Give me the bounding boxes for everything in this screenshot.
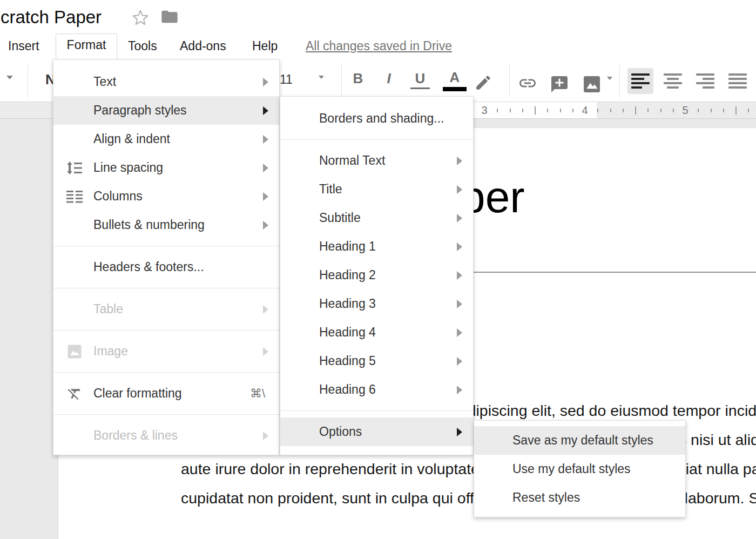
menu-item-label: Clear formatting xyxy=(93,386,182,401)
para-menu-item-heading-4[interactable]: Heading 4 xyxy=(280,318,473,347)
submenu-arrow-icon xyxy=(263,164,268,172)
format-menu-item-text[interactable]: Text xyxy=(53,68,279,96)
menu-item-label: Options xyxy=(319,425,362,439)
menu-item-label: Heading 5 xyxy=(319,354,376,368)
menu-separator xyxy=(53,330,279,331)
menu-separator xyxy=(280,410,473,411)
menu-format[interactable]: Format xyxy=(56,33,117,60)
text-color-swatch xyxy=(443,87,467,91)
format-menu-item-columns[interactable]: Columns xyxy=(53,182,279,211)
toolbar-separator xyxy=(509,65,510,97)
format-menu-item-bullets-numbering[interactable]: Bullets & numbering xyxy=(53,211,279,239)
submenu-arrow-icon xyxy=(457,271,462,280)
document-name[interactable]: Scratch Paper xyxy=(0,7,102,28)
clear-formatting-icon xyxy=(65,385,84,403)
menu-item-label: Columns xyxy=(93,189,143,204)
align-left-button[interactable] xyxy=(627,68,653,94)
options-menu-item-use-default[interactable]: Use my default styles xyxy=(474,455,685,483)
menu-insert[interactable]: Insert xyxy=(8,38,39,54)
menu-separator xyxy=(53,288,279,288)
columns-icon xyxy=(65,187,84,206)
font-size-dropdown[interactable] xyxy=(319,76,324,79)
insert-image-button[interactable] xyxy=(582,75,602,94)
para-menu-item-subtitle[interactable]: Subtitle xyxy=(280,204,473,232)
para-menu-item-borders-shading[interactable]: Borders and shading... xyxy=(280,104,473,133)
link-icon xyxy=(516,73,539,93)
menu-addons[interactable]: Add-ons xyxy=(180,38,226,54)
menu-item-label: Bullets & numbering xyxy=(93,218,205,232)
submenu-arrow-icon xyxy=(457,157,462,165)
menu-item-label: Line spacing xyxy=(93,160,163,175)
format-menu-item-image: Image xyxy=(53,337,279,366)
menu-bar: Insert Format Tools Add-ons Help All cha… xyxy=(0,32,756,59)
toolbar-more-dropdown[interactable] xyxy=(6,76,13,79)
format-menu-item-borders-lines: Borders & lines xyxy=(53,421,279,450)
menu-item-label: Save as my default styles xyxy=(512,433,653,448)
format-menu-item-headers-footers[interactable]: Headers & footers... xyxy=(53,253,279,281)
menu-tools[interactable]: Tools xyxy=(128,38,157,54)
format-menu-item-line-spacing[interactable]: Line spacing xyxy=(53,153,279,182)
align-center-icon xyxy=(664,73,682,89)
align-right-icon xyxy=(696,73,714,89)
submenu-arrow-icon xyxy=(263,305,268,314)
para-menu-item-normal-text[interactable]: Normal Text xyxy=(280,146,473,175)
options-menu-item-reset-styles[interactable]: Reset styles xyxy=(474,483,685,512)
align-center-button[interactable] xyxy=(660,68,686,94)
para-menu-item-heading-6[interactable]: Heading 6 xyxy=(280,375,473,404)
align-justify-button[interactable] xyxy=(725,68,751,94)
caret-down-icon xyxy=(6,76,13,79)
align-left-icon xyxy=(631,73,650,89)
format-menu-item-paragraph-styles[interactable]: Paragraph styles xyxy=(53,96,279,125)
ruler-mark: 4 xyxy=(579,102,590,118)
submenu-arrow-icon xyxy=(457,185,462,194)
folder-icon[interactable] xyxy=(161,10,178,26)
options-menu-item-save-default[interactable]: Save as my default styles xyxy=(474,426,685,455)
google-docs-app: { "titlebar": { "doc_name": "Scratch Pap… xyxy=(0,0,756,539)
underline-button[interactable]: U xyxy=(410,70,430,89)
insert-link-button[interactable] xyxy=(516,73,539,93)
align-right-button[interactable] xyxy=(692,68,718,94)
ruler-mark: 5 xyxy=(680,102,691,118)
menu-item-shortcut: ⌘\ xyxy=(250,387,268,401)
format-menu-item-clear-formatting[interactable]: Clear formatting ⌘\ xyxy=(53,379,279,408)
para-menu-item-options[interactable]: Options xyxy=(280,417,473,446)
save-status-link[interactable]: All changes saved in Drive xyxy=(306,38,452,54)
submenu-arrow-icon xyxy=(263,135,268,144)
para-menu-item-heading-5[interactable]: Heading 5 xyxy=(280,347,473,375)
submenu-arrow-icon xyxy=(457,242,462,251)
pen-icon xyxy=(474,73,492,92)
insert-image-dropdown[interactable] xyxy=(607,77,612,80)
paragraph-styles-submenu-panel: Borders and shading... Normal Text Title… xyxy=(280,96,474,455)
menu-item-label: Heading 1 xyxy=(319,239,376,254)
add-comment-button[interactable] xyxy=(550,75,569,94)
highlight-color-button[interactable] xyxy=(474,73,492,92)
submenu-arrow-icon xyxy=(457,300,462,308)
image-icon xyxy=(582,75,602,94)
para-menu-item-heading-2[interactable]: Heading 2 xyxy=(280,261,473,289)
para-menu-item-title[interactable]: Title xyxy=(280,175,473,204)
menu-help[interactable]: Help xyxy=(252,38,278,54)
para-menu-item-heading-3[interactable]: Heading 3 xyxy=(280,289,473,318)
font-size-value[interactable]: 11 xyxy=(280,72,293,87)
submenu-arrow-icon xyxy=(263,221,268,230)
star-icon[interactable] xyxy=(132,9,149,29)
menu-separator xyxy=(280,139,473,140)
line-spacing-icon xyxy=(65,159,84,177)
bold-button[interactable]: B xyxy=(348,70,368,87)
menu-item-label: Reset styles xyxy=(512,490,580,505)
align-justify-icon xyxy=(728,73,747,89)
menu-separator xyxy=(53,414,279,415)
menu-separator xyxy=(53,372,279,373)
caret-down-icon xyxy=(607,77,612,80)
menu-item-label: Use my default styles xyxy=(512,462,631,476)
submenu-arrow-icon xyxy=(263,78,268,86)
submenu-arrow-icon xyxy=(263,192,268,201)
italic-button[interactable]: I xyxy=(379,70,399,87)
para-menu-item-heading-1[interactable]: Heading 1 xyxy=(280,232,473,261)
menu-item-label: Heading 3 xyxy=(319,297,376,311)
format-menu-item-table: Table xyxy=(53,295,279,324)
toolbar-separator xyxy=(28,65,28,97)
submenu-arrow-icon xyxy=(263,106,268,115)
format-menu-item-align-indent[interactable]: Align & indent xyxy=(53,125,279,153)
text-color-button[interactable]: A xyxy=(443,69,467,91)
